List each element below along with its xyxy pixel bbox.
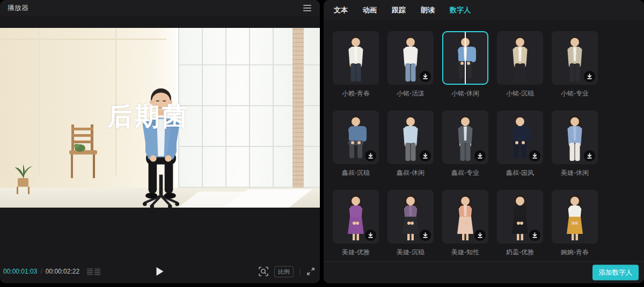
app-root: 播放器 [0,0,644,287]
avatar-label: 小铭-休闲 [442,89,488,98]
avatar-card-鑫叔-沉稳[interactable]: 鑫叔-沉稳 [333,111,379,178]
player-controls: 00:00:01:03 / 00:00:02:22 比例 | [0,262,320,281]
player-header: 播放器 [0,0,320,16]
avatar-label: 鑫叔-沉稳 [333,168,379,178]
expand-icon[interactable] [306,267,316,276]
controls-divider: | [299,268,301,275]
download-icon[interactable] [420,230,431,241]
avatar-thumbnail[interactable] [497,31,543,85]
focus-magnifier-icon[interactable] [258,266,269,277]
avatar-label: 小铭-沉稳 [497,89,543,98]
player-panel: 播放器 [0,0,320,283]
player-title: 播放器 [8,3,28,13]
download-icon[interactable] [584,71,595,82]
tab-数字人[interactable]: 数字人 [450,5,471,15]
download-icon[interactable] [474,150,486,161]
panel-tabs: 文本动画跟踪朗读数字人 [324,0,644,20]
avatar-card-鑫叔-专业[interactable]: 鑫叔-专业 [442,111,488,178]
avatar-thumbnail[interactable] [497,190,543,244]
avatar-card-奶盖-优雅[interactable]: 奶盖-优雅 [497,190,543,257]
avatar-thumbnail[interactable] [552,31,598,85]
scene-wall-molding [0,39,166,40]
avatar-thumbnail[interactable] [552,111,598,164]
avatar-label: 美婕-知性 [442,248,488,257]
download-icon[interactable] [420,71,431,82]
avatar-thumbnail[interactable] [387,31,434,85]
avatar-label: 奶盖-优雅 [497,248,543,257]
avatar-thumbnail[interactable] [552,190,598,244]
avatar-card-小铭-沉稳[interactable]: 小铭-沉稳 [497,31,543,98]
scene-chair [64,123,103,182]
play-icon[interactable] [157,267,164,276]
avatar-label: 美婕-休闲 [552,168,598,178]
avatar-thumbnail[interactable] [333,31,379,85]
digital-human-panel: 文本动画跟踪朗读数字人 小赖-青春小铭-活泼小铭-休闲小铭-沉稳小铭-专业鑫叔-… [324,0,644,283]
preview-scrub-line[interactable] [465,32,466,84]
avatar-thumbnail[interactable] [442,31,488,85]
hamburger-icon[interactable] [302,3,312,13]
avatar-card-美婕-优雅[interactable]: 美婕-优雅 [333,190,379,257]
download-icon[interactable] [365,150,376,161]
digital-human-figure [115,64,207,208]
download-icon[interactable] [529,230,540,241]
avatar-card-鑫叔-休闲[interactable]: 鑫叔-休闲 [387,111,434,178]
add-digital-human-button[interactable]: 添加数字人 [592,265,639,281]
download-icon[interactable] [529,150,540,161]
avatar-label: 鑫叔-专业 [442,168,488,178]
avatar-card-婉婉-青春[interactable]: 婉婉-青春 [552,190,598,257]
avatar-thumbnail[interactable] [387,190,434,244]
tab-朗读[interactable]: 朗读 [421,5,435,15]
avatar-label: 小铭-专业 [552,89,598,98]
avatar-thumbnail[interactable] [333,190,379,244]
video-frame[interactable]: 后期菌 [0,28,320,208]
avatar-thumbnail[interactable] [442,190,488,244]
tab-跟踪[interactable]: 跟踪 [392,5,406,15]
avatar-card-美婕-沉稳[interactable]: 美婕-沉稳 [387,190,434,257]
download-icon[interactable] [420,150,431,161]
avatar-card-美婕-休闲[interactable]: 美婕-休闲 [552,111,598,178]
download-icon[interactable] [474,230,486,241]
avatar-label: 美婕-优雅 [333,248,379,257]
avatar-card-鑫叔-国风[interactable]: 鑫叔-国风 [497,111,543,178]
caption-overlay[interactable]: 后期菌 [107,100,189,134]
avatar-card-小赖-青春[interactable]: 小赖-青春 [333,31,379,98]
avatar-label: 小铭-活泼 [387,89,434,98]
ratio-button[interactable]: 比例 [274,266,294,277]
frame-list-icon[interactable] [87,268,100,275]
download-icon[interactable] [584,150,595,161]
avatar-thumbnail[interactable] [387,111,434,164]
avatar-label: 小赖-青春 [333,89,379,98]
timecode-current: 00:00:01:03 [3,268,37,275]
timecode-total: 00:00:02:22 [46,268,79,275]
avatar-grid-wrap: 小赖-青春小铭-活泼小铭-休闲小铭-沉稳小铭-专业鑫叔-沉稳鑫叔-休闲鑫叔-专业… [324,20,644,262]
download-icon[interactable] [365,230,376,241]
avatar-thumbnail[interactable] [333,111,379,164]
panel-footer: 添加数字人 [324,261,644,283]
avatar-thumbnail[interactable] [497,111,543,164]
avatar-card-小铭-专业[interactable]: 小铭-专业 [552,31,598,98]
timecode-separator: / [40,268,42,275]
avatar-card-小铭-休闲[interactable]: 小铭-休闲 [442,31,488,98]
avatar-card-小铭-活泼[interactable]: 小铭-活泼 [387,31,434,98]
avatar-card-美婕-知性[interactable]: 美婕-知性 [442,190,488,257]
avatar-label: 婉婉-青春 [552,248,598,257]
avatar-label: 美婕-沉稳 [387,248,434,257]
avatar-thumbnail[interactable] [442,111,488,164]
avatar-label: 鑫叔-休闲 [387,168,434,178]
avatar-grid: 小赖-青春小铭-活泼小铭-休闲小铭-沉稳小铭-专业鑫叔-沉稳鑫叔-休闲鑫叔-专业… [324,20,644,257]
tab-动画[interactable]: 动画 [363,5,377,15]
scene-plant [11,161,35,196]
scene-brick-pillar [292,28,304,188]
tab-文本[interactable]: 文本 [334,5,348,15]
scene-wall-molding [39,28,40,175]
avatar-label: 鑫叔-国风 [497,168,543,178]
